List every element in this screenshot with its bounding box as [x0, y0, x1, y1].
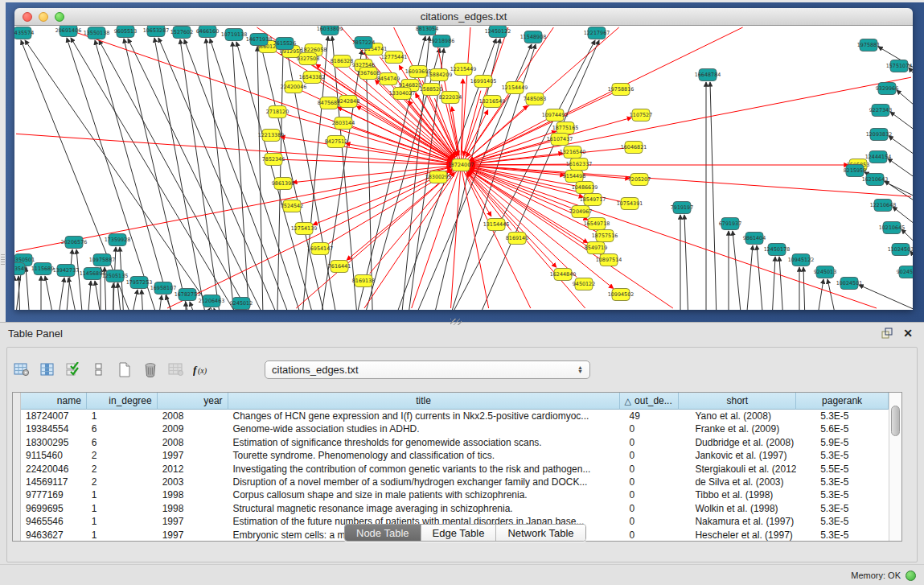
status-bar: Memory: OK [0, 564, 924, 585]
graph-node-label: 8215958 [844, 167, 866, 174]
graph-node-label: 13216549 [479, 98, 506, 105]
table-panel-body: f(x) citations_edges.txt ▲▼ namein_degre… [6, 347, 918, 562]
table-row[interactable]: 977716911998Corpus callosum shape and si… [21, 488, 889, 501]
network-window-titlebar[interactable]: citations_edges.txt [14, 8, 913, 26]
delete-table-icon[interactable] [139, 359, 162, 380]
column-header-out_degree[interactable]: △out_de... [620, 393, 680, 410]
graph-edge [888, 159, 913, 193]
graph-node-label: 9861404 [743, 235, 766, 241]
tab-edge-table[interactable]: Edge Table [421, 525, 497, 541]
table-row[interactable]: 969969511998Structural magnetic resonanc… [21, 502, 889, 515]
graph-node-label: 16244840 [550, 271, 577, 278]
table-row[interactable]: 1872400712008Changes of HCN gene express… [21, 410, 889, 422]
cell-in_degree: 1 [87, 515, 158, 528]
graph-edge [889, 136, 913, 171]
panel-resize-grip[interactable] [450, 319, 462, 325]
column-header-title[interactable]: title [228, 393, 620, 410]
graph-node-label: 7857224 [352, 39, 375, 46]
close-panel-icon[interactable]: ✕ [900, 326, 916, 340]
graph-edge [803, 267, 805, 310]
left-sash-grip[interactable] [1, 254, 5, 266]
graph-node-label: 10486639 [572, 184, 598, 191]
graph-edge [214, 308, 218, 310]
graph-node-label: 19758816 [608, 86, 634, 93]
graph-node-label: 10994502 [608, 291, 634, 298]
minimize-window-button[interactable] [39, 12, 48, 22]
column-header-short[interactable]: short [679, 393, 796, 410]
table-body: 1872400712008Changes of HCN gene express… [21, 410, 889, 541]
graph-node-label: 10024501 [836, 280, 863, 286]
cell-name: 14569117 [21, 476, 87, 488]
table-row[interactable]: 1456911722003Disruption of a novel membe… [21, 476, 889, 488]
column-header-pagerank[interactable]: pagerank [796, 393, 889, 410]
graph-edge [757, 245, 763, 310]
graph-node-label: 8222034 [439, 94, 462, 101]
zoom-window-button[interactable] [55, 12, 64, 22]
graph-edge [302, 167, 452, 204]
graph-edge [206, 39, 235, 310]
graph-node-label: 12775441 [381, 54, 408, 60]
cell-name: 9777169 [21, 488, 87, 501]
cell-year: 2003 [158, 476, 228, 488]
cell-name: 18724007 [21, 410, 87, 422]
function-builder-icon[interactable]: f(x) [191, 359, 213, 380]
graph-node-label: 7524542 [281, 203, 303, 209]
graph-node-label: 19218986 [429, 38, 455, 44]
graph-node-label: 1107527 [630, 112, 652, 118]
scrollbar-thumb[interactable] [891, 406, 900, 436]
table-panel: Table Panel ✕ f(x) citations_edges.txt ▲… [0, 322, 924, 585]
graph-node-label: 22420046 [281, 84, 307, 90]
cell-year: 2008 [158, 410, 228, 422]
cell-out_degree: 0 [620, 463, 680, 476]
graph-edge [859, 285, 913, 310]
column-visibility-icon[interactable] [36, 359, 59, 380]
graph-node-label: 8427512 [325, 138, 347, 145]
cell-name: 22420046 [21, 463, 87, 476]
graph-node-label: 9245013 [814, 269, 836, 275]
graph-edge [45, 276, 54, 310]
graph-node-label: 3913549 [14, 266, 27, 272]
new-table-icon[interactable] [113, 359, 136, 380]
table-settings-icon[interactable] [10, 359, 33, 380]
network-canvas[interactable]: 1872400718300295866012389129551822605893… [14, 26, 913, 310]
cell-in_degree: 6 [87, 422, 158, 435]
clear-selection-icon[interactable] [88, 359, 110, 380]
graph-edge [817, 279, 823, 310]
close-window-button[interactable] [23, 12, 32, 22]
cell-in_degree: 2 [87, 476, 158, 488]
graph-node-label: 13942737 [53, 267, 80, 274]
table-header-row: namein_degreeyeartitle△out_de...shortpag… [21, 393, 889, 410]
tab-node-table[interactable]: Node Table [345, 525, 421, 541]
cell-name: 19384554 [21, 422, 87, 435]
graph-edge [26, 267, 30, 310]
cell-out_degree: 0 [620, 488, 680, 501]
graph-node-label: 16954147 [307, 245, 334, 252]
table-row[interactable]: 1938455462009Genome-wide association stu… [21, 422, 889, 435]
graph-node-label: 9605513 [114, 28, 137, 35]
graph-node-label: 9861398 [272, 180, 294, 187]
vertical-scrollbar[interactable] [889, 393, 901, 541]
graph-node-label: 7205207 [628, 176, 651, 183]
column-header-in_degree[interactable]: in_degree [87, 393, 158, 410]
column-header-name[interactable]: name [21, 393, 87, 410]
graph-node-label: 6791937 [719, 220, 741, 227]
column-header-year[interactable]: year [158, 393, 228, 410]
memory-ok-icon[interactable] [906, 571, 916, 581]
table-row[interactable]: 2242004622012Investigating the contribut… [21, 463, 889, 476]
cell-short: Stergiakouli et al. (2012) [679, 463, 796, 476]
float-panel-icon[interactable] [879, 326, 895, 340]
tab-network-table[interactable]: Network Table [496, 525, 585, 541]
column-header-label: in_degree [109, 395, 151, 406]
table-row[interactable]: 911546021997Tourette syndrome. Phenomeno… [21, 449, 889, 462]
cell-in_degree: 1 [87, 502, 158, 515]
graph-node-label: 18724007 [448, 162, 474, 168]
import-table-icon[interactable] [165, 359, 187, 380]
graph-node-label: 12505135 [102, 273, 129, 279]
table-row[interactable]: 1830029562008Estimation of significance … [21, 436, 889, 449]
table-select-dropdown[interactable]: citations_edges.txt ▲▼ [265, 360, 590, 379]
graph-node-label: 6435574 [14, 30, 34, 36]
select-all-icon[interactable] [62, 359, 84, 380]
graph-node-label: 16549718 [584, 220, 610, 227]
network-window[interactable]: citations_edges.txt 18724007183002958660… [14, 8, 913, 310]
cell-in_degree: 2 [87, 463, 158, 476]
